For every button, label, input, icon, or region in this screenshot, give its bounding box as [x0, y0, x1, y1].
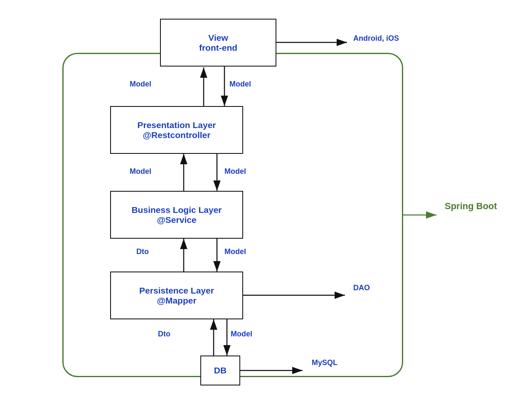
- model-label-left-1: Model: [130, 80, 151, 89]
- model-label-right-4: Model: [231, 330, 252, 338]
- presentation-line2: @Restcontroller: [143, 130, 211, 140]
- model-label-left-2: Model: [130, 167, 151, 176]
- model-label-right-1: Model: [229, 80, 251, 89]
- view-line1: View: [208, 33, 228, 43]
- spring-boot-label: Spring Boot: [445, 201, 497, 212]
- architecture-diagram: View front-end Presentation Layer @Restc…: [37, 11, 495, 394]
- view-box: View front-end: [160, 19, 276, 67]
- presentation-line1: Presentation Layer: [137, 120, 216, 130]
- persistence-line2: @Mapper: [157, 296, 196, 306]
- business-line2: @Service: [157, 215, 196, 225]
- business-box: Business Logic Layer @Service: [110, 191, 243, 239]
- dto-label-left: Dto: [136, 247, 149, 256]
- business-line1: Business Logic Layer: [131, 205, 222, 215]
- model-label-right-3: Model: [224, 247, 246, 256]
- mysql-label: MySQL: [312, 358, 337, 367]
- presentation-box: Presentation Layer @Restcontroller: [110, 106, 243, 154]
- db-box: DB: [200, 356, 240, 385]
- model-label-right-2: Model: [224, 167, 246, 176]
- db-line1: DB: [214, 365, 227, 375]
- dao-label: DAO: [353, 284, 370, 292]
- persistence-line1: Persistence Layer: [139, 286, 214, 296]
- android-ios-label: Android, iOS: [353, 34, 399, 43]
- dto-label-left-2: Dto: [158, 330, 170, 338]
- persistence-box: Persistence Layer @Mapper: [110, 272, 243, 319]
- view-line2: front-end: [199, 43, 237, 53]
